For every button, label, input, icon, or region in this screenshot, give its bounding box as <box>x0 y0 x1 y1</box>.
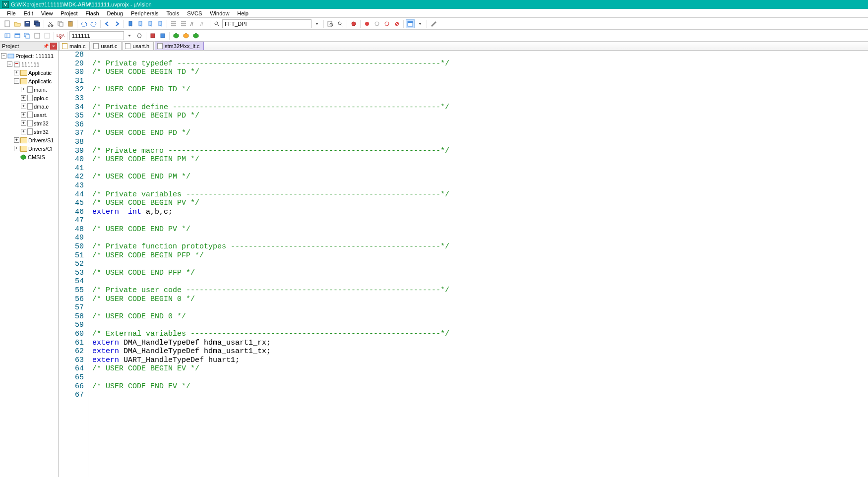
comment-button[interactable]: // <box>189 19 198 28</box>
menu-flash[interactable]: Flash <box>82 9 103 17</box>
tree-expand-icon[interactable]: + <box>21 120 26 126</box>
code-line[interactable] <box>92 391 868 400</box>
code-line[interactable] <box>92 120 868 129</box>
tree-group[interactable]: + Applicatic <box>0 68 58 77</box>
menu-view[interactable]: View <box>37 9 57 17</box>
project-tree[interactable]: − Project: 111111 − 111111 + Applicatic … <box>0 51 58 477</box>
configure-button[interactable] <box>429 19 438 28</box>
tree-expand-icon[interactable]: + <box>14 146 19 151</box>
code-line[interactable]: /* Private macro -----------------------… <box>92 147 868 156</box>
code-line[interactable]: /* USER CODE END EV */ <box>92 382 868 391</box>
build-button[interactable] <box>13 31 22 40</box>
tree-group[interactable]: + Drivers/S1 <box>0 136 58 144</box>
code-line[interactable]: /* USER CODE END 0 */ <box>92 312 868 321</box>
code-line[interactable]: /* USER CODE END TD */ <box>92 85 868 94</box>
tree-group[interactable]: + Drivers/CI <box>0 144 58 153</box>
breakpoint-disable-button[interactable] <box>382 19 391 28</box>
copy-button[interactable] <box>56 19 65 28</box>
editor-tab[interactable]: usart.h <box>123 42 154 50</box>
tree-cmsis[interactable]: CMSIS <box>0 153 58 161</box>
tree-expand-icon[interactable]: + <box>21 104 26 109</box>
indent-button[interactable] <box>169 19 178 28</box>
code-line[interactable]: /* USER CODE BEGIN 0 */ <box>92 295 868 304</box>
code-line[interactable]: /* USER CODE BEGIN PV */ <box>92 199 868 208</box>
code-line[interactable]: extern DMA_HandleTypeDef hdma_usart1_tx; <box>92 347 868 356</box>
code-content[interactable]: /* Private typedef ---------------------… <box>88 51 868 477</box>
rebuild-button[interactable] <box>23 31 32 40</box>
find-combo[interactable]: FFT_DPI <box>222 19 311 28</box>
code-line[interactable]: extern DMA_HandleTypeDef hdma_usart1_rx; <box>92 339 868 348</box>
paste-button[interactable] <box>66 19 75 28</box>
target-dropdown-button[interactable] <box>125 31 134 40</box>
tree-expand-icon[interactable]: + <box>21 112 26 118</box>
menu-help[interactable]: Help <box>233 9 252 17</box>
code-line[interactable] <box>92 260 868 269</box>
target-options-button[interactable] <box>135 31 144 40</box>
nav-back-button[interactable] <box>103 19 112 28</box>
menu-tools[interactable]: Tools <box>163 9 184 17</box>
code-line[interactable] <box>92 138 868 147</box>
tree-expand-icon[interactable]: + <box>21 95 26 101</box>
tree-expand-icon[interactable]: + <box>21 129 26 134</box>
open-button[interactable] <box>13 19 22 28</box>
code-line[interactable]: /* USER CODE END PD */ <box>92 129 868 138</box>
tree-group[interactable]: − Applicatic <box>0 77 58 85</box>
code-line[interactable] <box>92 94 868 103</box>
books-button[interactable] <box>191 31 200 40</box>
batch-build-button[interactable] <box>33 31 42 40</box>
new-file-button[interactable] <box>3 19 12 28</box>
stop-build-button[interactable] <box>43 31 52 40</box>
bookmark-prev-button[interactable] <box>136 19 145 28</box>
save-all-button[interactable] <box>33 19 42 28</box>
editor-tab[interactable]: stm32f4xx_it.c <box>155 42 204 50</box>
code-line[interactable]: extern int a,b,c; <box>92 208 868 217</box>
code-line[interactable]: /* USER CODE END PV */ <box>92 225 868 234</box>
code-line[interactable]: extern UART_HandleTypeDef huart1; <box>92 356 868 365</box>
undo-button[interactable] <box>79 19 88 28</box>
tree-collapse-icon[interactable]: − <box>14 78 19 84</box>
tree-file[interactable]: +stm32 <box>0 127 58 136</box>
code-line[interactable] <box>92 51 868 60</box>
code-line[interactable] <box>92 77 868 86</box>
pack-installer-button[interactable] <box>172 31 181 40</box>
window-layout-dropdown[interactable] <box>416 19 425 28</box>
code-line[interactable]: /* Private function prototypes ---------… <box>92 242 868 251</box>
menu-debug[interactable]: Debug <box>103 9 127 17</box>
tree-collapse-icon[interactable]: − <box>7 61 12 67</box>
tree-collapse-icon[interactable]: − <box>1 53 6 59</box>
code-line[interactable] <box>92 181 868 190</box>
find-dropdown-button[interactable] <box>312 19 321 28</box>
menu-peripherals[interactable]: Peripherals <box>127 9 163 17</box>
tree-file[interactable]: +dma.c <box>0 102 58 111</box>
code-line[interactable] <box>92 303 868 312</box>
code-line[interactable]: /* USER CODE BEGIN PM */ <box>92 155 868 164</box>
code-line[interactable] <box>92 234 868 242</box>
code-line[interactable]: /* Private typedef ---------------------… <box>92 60 868 68</box>
download-button[interactable]: LOAD <box>56 31 65 40</box>
code-line[interactable] <box>92 164 868 173</box>
bookmark-next-button[interactable] <box>146 19 155 28</box>
code-line[interactable] <box>92 277 868 286</box>
tree-file[interactable]: +usart. <box>0 111 58 119</box>
code-line[interactable]: /* Private variables -------------------… <box>92 190 868 199</box>
nav-forward-button[interactable] <box>113 19 122 28</box>
panel-close-button[interactable]: × <box>50 43 57 50</box>
code-line[interactable] <box>92 216 868 225</box>
breakpoint-enable-button[interactable] <box>372 19 381 28</box>
select-packs-button[interactable] <box>158 31 167 40</box>
code-line[interactable] <box>92 373 868 382</box>
code-line[interactable]: /* USER CODE END PFP */ <box>92 269 868 278</box>
outdent-button[interactable] <box>179 19 188 28</box>
manage-rte-button[interactable] <box>182 31 190 40</box>
menu-project[interactable]: Project <box>57 9 81 17</box>
code-line[interactable]: /* USER CODE BEGIN PD */ <box>92 112 868 120</box>
code-line[interactable]: /* USER CODE BEGIN EV */ <box>92 364 868 373</box>
save-button[interactable] <box>23 19 32 28</box>
incremental-find-button[interactable] <box>336 19 345 28</box>
tree-expand-icon[interactable]: + <box>21 87 26 92</box>
find-in-files-button[interactable] <box>326 19 335 28</box>
menu-file[interactable]: File <box>3 9 20 17</box>
translate-button[interactable] <box>3 31 12 40</box>
bookmark-toggle-button[interactable] <box>126 19 135 28</box>
panel-pin-icon[interactable]: 📌 <box>42 43 49 50</box>
